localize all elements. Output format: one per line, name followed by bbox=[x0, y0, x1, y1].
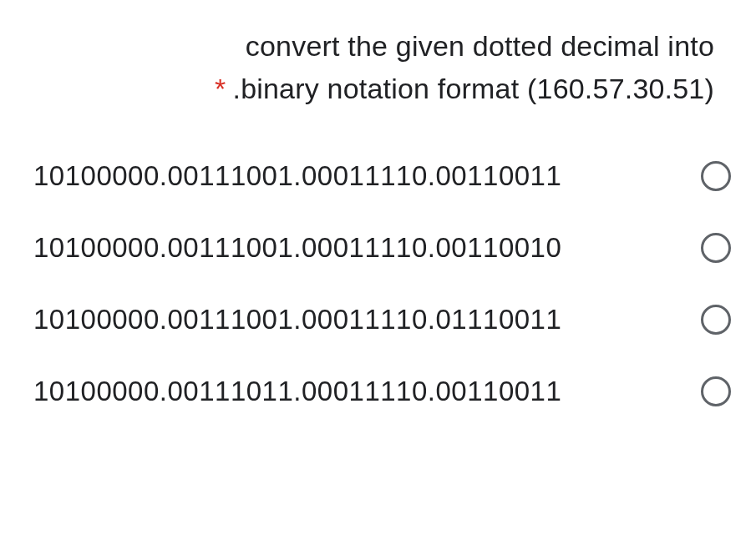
option-label: 10100000.00111011.00011110.00110011 bbox=[33, 376, 561, 407]
question-text-line2: .binary notation format (160.57.30.51) bbox=[232, 68, 714, 110]
option-row-1[interactable]: 10100000.00111001.00011110.00110011 bbox=[33, 160, 731, 192]
option-row-2[interactable]: 10100000.00111001.00011110.00110010 bbox=[33, 232, 731, 264]
radio-unchecked-icon[interactable] bbox=[701, 305, 731, 335]
option-label: 10100000.00111001.00011110.01110011 bbox=[33, 304, 561, 336]
option-label: 10100000.00111001.00011110.00110010 bbox=[33, 232, 561, 264]
radio-unchecked-icon[interactable] bbox=[701, 161, 731, 191]
question-text-line2-wrap: * .binary notation format (160.57.30.51) bbox=[67, 68, 714, 110]
options-container: 10100000.00111001.00011110.00110011 1010… bbox=[33, 160, 731, 407]
option-row-3[interactable]: 10100000.00111001.00011110.01110011 bbox=[33, 304, 731, 336]
required-asterisk-icon: * bbox=[215, 68, 226, 110]
question-text-line1: convert the given dotted decimal into bbox=[67, 25, 714, 68]
radio-unchecked-icon[interactable] bbox=[701, 233, 731, 263]
radio-unchecked-icon[interactable] bbox=[701, 376, 731, 406]
question-block: convert the given dotted decimal into * … bbox=[33, 25, 731, 110]
option-row-4[interactable]: 10100000.00111011.00011110.00110011 bbox=[33, 376, 731, 407]
option-label: 10100000.00111001.00011110.00110011 bbox=[33, 160, 561, 192]
